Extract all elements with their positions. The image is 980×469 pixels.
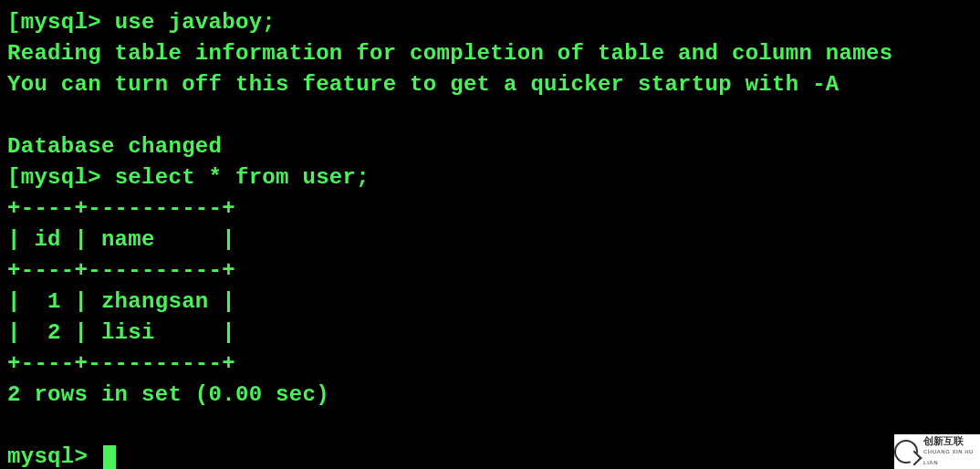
table-row: | 2 | lisi | — [7, 320, 235, 345]
result-summary: 2 rows in set (0.00 sec) — [7, 382, 329, 407]
msg-db-changed: Database changed — [7, 134, 222, 159]
prompt: mysql> — [7, 444, 88, 469]
prompt: mysql> — [21, 10, 101, 35]
watermark-title: 创新互联 — [923, 435, 980, 446]
table-border-top: +----+----------+ — [7, 196, 235, 221]
cursor[interactable] — [103, 445, 116, 469]
table-row: | 1 | zhangsan | — [7, 289, 235, 314]
msg-turnoff: You can turn off this feature to get a q… — [7, 72, 839, 97]
msg-reading: Reading table information for completion… — [7, 41, 892, 66]
table-border-bottom: +----+----------+ — [7, 351, 235, 376]
watermark: 创新互联 CHUANG XIN HU LIAN — [894, 434, 980, 469]
watermark-sub: CHUANG XIN HU LIAN — [923, 446, 980, 468]
mysql-terminal[interactable]: [mysql> use javaboy; Reading table infor… — [0, 0, 980, 469]
command-select: select * from user; — [115, 165, 370, 190]
watermark-logo-icon — [894, 440, 918, 464]
command-use: use javaboy; — [115, 10, 276, 35]
bracket: [ — [7, 10, 21, 35]
prompt: mysql> — [21, 165, 101, 190]
table-border-mid: +----+----------+ — [7, 258, 235, 283]
bracket: [ — [7, 165, 21, 190]
table-header: | id | name | — [7, 227, 235, 252]
